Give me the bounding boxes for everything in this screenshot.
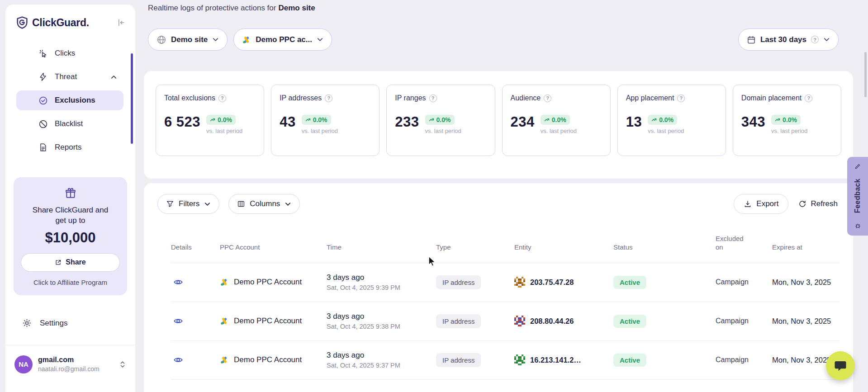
feedback-bug-icon xyxy=(854,222,861,229)
view-details-button[interactable] xyxy=(173,316,183,326)
sidebar-item-label: Blacklist xyxy=(55,119,83,128)
user-name: gmail.com xyxy=(38,356,100,364)
help-icon[interactable] xyxy=(677,94,685,102)
sidebar-item-settings[interactable]: Settings xyxy=(5,313,135,333)
type-badge: IP address xyxy=(436,275,481,289)
export-button[interactable]: Export xyxy=(734,194,788,214)
stat-value: 234 xyxy=(511,114,535,130)
google-ads-icon xyxy=(220,316,229,326)
document-icon xyxy=(38,142,48,152)
stat-card-domain-placement: Domain placement 343 0.0% vs. last perio… xyxy=(733,85,841,156)
account-name: Demo PPC Account xyxy=(234,278,302,287)
sidebar-item-reports[interactable]: Reports xyxy=(16,137,123,157)
help-icon[interactable] xyxy=(805,94,812,102)
stat-card-ip-addresses: IP addresses 43 0.0% vs. last period xyxy=(271,85,379,156)
columns-icon xyxy=(237,200,245,208)
stat-card-total-exclusions: Total exclusions 6 523 0.0% vs. last per… xyxy=(156,85,264,156)
chevron-down-icon xyxy=(285,201,291,208)
time-relative: 3 days ago xyxy=(327,312,436,321)
google-ads-icon xyxy=(220,278,229,287)
share-button-label: Share xyxy=(66,258,85,266)
chevron-down-icon xyxy=(823,36,830,43)
feedback-tab-label: Feedback xyxy=(854,179,862,213)
table-header-row: Details PPC Account Time Type Entity Sta… xyxy=(171,235,840,263)
stat-label: App placement xyxy=(626,94,674,102)
cursor-click-icon xyxy=(38,48,48,58)
prohibit-icon xyxy=(38,119,48,129)
sidebar-collapse-icon[interactable] xyxy=(116,18,125,27)
subtitle-text: Realtime logs of protective actions for xyxy=(148,4,276,12)
avatar: NA xyxy=(14,355,33,373)
type-badge: IP address xyxy=(436,353,481,367)
column-header-excluded-on: Excluded on xyxy=(716,235,749,252)
stat-value: 6 523 xyxy=(164,114,200,130)
stat-label: Domain placement xyxy=(741,94,802,102)
trend-up-icon xyxy=(210,117,215,123)
sidebar-item-label: Threat xyxy=(55,72,77,81)
account-selector[interactable]: Demo PPC ac... xyxy=(233,28,332,51)
refresh-button[interactable]: Refresh xyxy=(797,194,840,214)
date-range-value: Last 30 days xyxy=(760,35,806,44)
chevron-down-icon xyxy=(204,201,211,208)
help-icon[interactable] xyxy=(218,94,226,102)
column-header-time: Time xyxy=(327,243,436,252)
chat-launcher-button[interactable] xyxy=(826,351,855,380)
table-row: Demo PPC Account 3 days agoSat, Oct 4, 2… xyxy=(171,302,840,341)
date-range-selector[interactable]: Last 30 days xyxy=(738,28,839,51)
lightning-icon xyxy=(38,72,48,82)
trend-up-icon xyxy=(775,117,780,123)
column-header-entity: Entity xyxy=(514,243,613,252)
feedback-tab[interactable]: Feedback xyxy=(847,157,868,236)
chevron-down-icon xyxy=(212,36,219,43)
table-row-partial: 3 days ago xyxy=(171,380,840,392)
sidebar-item-exclusions[interactable]: Exclusions xyxy=(16,90,123,110)
sidebar-item-blacklist[interactable]: Blacklist xyxy=(16,114,123,134)
user-email: naatali.ro@gmail.com xyxy=(38,365,100,373)
chevron-up-icon xyxy=(110,74,117,80)
entity-identicon xyxy=(514,354,525,365)
stat-label: IP addresses xyxy=(280,94,322,102)
controls-bar: Demo site Demo PPC ac... Last 30 days xyxy=(148,28,853,51)
chat-bubble-icon xyxy=(834,359,847,373)
stat-label: Audience xyxy=(511,94,541,102)
status-badge: Active xyxy=(613,276,646,289)
site-selector[interactable]: Demo site xyxy=(148,28,228,51)
expires-at-value: Mon, Nov 3, 2025 xyxy=(772,278,840,287)
column-header-details: Details xyxy=(171,243,220,252)
trend-badge: 0.0% xyxy=(206,115,236,125)
sidebar-item-threat[interactable]: Threat xyxy=(16,67,123,87)
eye-icon xyxy=(173,355,183,365)
sidebar-item-label: Reports xyxy=(55,143,82,152)
chevron-up-down-icon xyxy=(119,360,126,368)
stat-caption: vs. last period xyxy=(541,128,577,134)
funnel-icon xyxy=(166,200,174,208)
view-details-button[interactable] xyxy=(173,355,183,365)
affiliate-link[interactable]: Click to Affiliate Program xyxy=(21,279,120,286)
google-ads-icon xyxy=(220,355,229,364)
view-details-button[interactable] xyxy=(173,277,183,287)
eye-icon xyxy=(173,316,183,326)
columns-button[interactable]: Columns xyxy=(228,194,300,214)
page-scrollbar[interactable] xyxy=(864,52,867,97)
shield-check-icon xyxy=(38,95,48,105)
help-icon[interactable] xyxy=(325,94,332,102)
sidebar-header: ClickGuard. xyxy=(5,5,135,37)
google-ads-icon xyxy=(242,35,251,44)
time-exact: Sat, Oct 4, 2025 9:37 PM xyxy=(327,362,436,369)
entity-value: 203.75.47.28 xyxy=(530,278,574,287)
help-icon[interactable] xyxy=(811,36,819,43)
stat-card-ip-ranges: IP ranges 233 0.0% vs. last period xyxy=(386,85,495,156)
share-button[interactable]: Share xyxy=(21,253,120,272)
clickguard-logo-icon xyxy=(16,16,28,29)
sidebar-scrollbar[interactable] xyxy=(131,53,133,144)
trend-up-icon xyxy=(651,117,657,123)
brand-name: ClickGuard. xyxy=(32,17,89,29)
help-icon[interactable] xyxy=(544,94,551,102)
entity-identicon xyxy=(514,277,525,288)
user-menu[interactable]: NA gmail.com naatali.ro@gmail.com xyxy=(5,345,135,382)
help-icon[interactable] xyxy=(429,94,437,102)
stat-label: Total exclusions xyxy=(164,94,215,102)
table-row: Demo PPC Account 3 days agoSat, Oct 4, 2… xyxy=(171,263,840,302)
filters-button[interactable]: Filters xyxy=(157,194,219,214)
sidebar-item-clicks[interactable]: Clicks xyxy=(16,43,123,63)
